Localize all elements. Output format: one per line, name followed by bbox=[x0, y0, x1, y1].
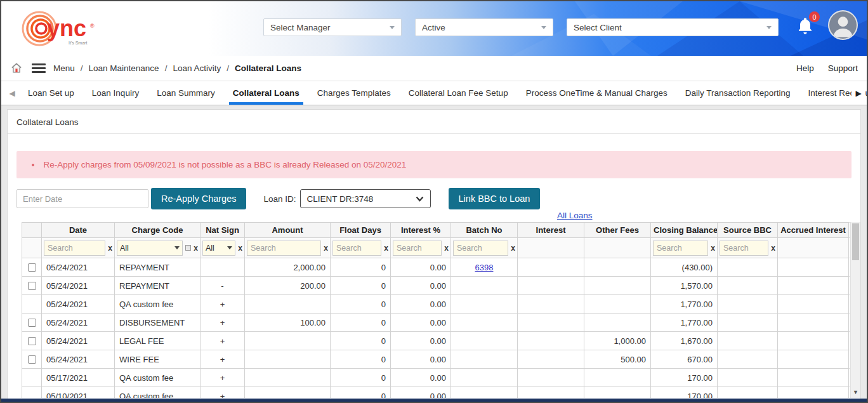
tab-loan-set-up[interactable]: Loan Set up bbox=[19, 81, 83, 105]
status-value: Active bbox=[422, 23, 445, 32]
filter-search-input-float-days[interactable] bbox=[332, 241, 381, 256]
row-checkbox[interactable] bbox=[28, 263, 36, 272]
tab-collateral-loans[interactable]: Collateral Loans bbox=[224, 81, 308, 105]
cell-nat-sign: + bbox=[201, 332, 245, 350]
loan-id-dropdown[interactable]: CLIENT DR:3748 bbox=[300, 189, 431, 208]
column-header-accrued-interest[interactable]: Accrued Interest bbox=[778, 223, 849, 238]
cell-date: 05/24/2021 bbox=[42, 350, 115, 369]
filter-search-input-closing-balance[interactable] bbox=[653, 241, 708, 256]
user-avatar[interactable] bbox=[828, 10, 858, 40]
cell-charge-code: WIRE FEE bbox=[115, 350, 201, 369]
breadcrumb-item-loan-activity[interactable]: Loan Activity bbox=[173, 63, 221, 73]
column-header-amount[interactable]: Amount bbox=[245, 223, 331, 238]
column-header-interest[interactable]: Interest bbox=[518, 223, 584, 238]
column-header-date[interactable]: Date bbox=[42, 223, 115, 238]
column-header-source-bbc[interactable]: Source BBC bbox=[718, 223, 778, 238]
cell-other-fees bbox=[584, 295, 651, 314]
link-bbc-to-loan-button[interactable]: Link BBC to Loan bbox=[449, 188, 541, 209]
row-checkbox[interactable] bbox=[28, 337, 36, 345]
filter-clear-icon-source-bbc[interactable]: x bbox=[771, 244, 775, 253]
cell-accrued-interest bbox=[778, 258, 849, 277]
row-checkbox[interactable] bbox=[28, 319, 36, 327]
filter-search-input-source-bbc[interactable] bbox=[720, 241, 768, 256]
cell-date: 05/24/2021 bbox=[42, 277, 115, 295]
filter-search-input-batch-no[interactable] bbox=[453, 241, 508, 256]
vertical-scrollbar[interactable]: ▼ bbox=[850, 222, 860, 398]
tab-loan-summary[interactable]: Loan Summary bbox=[148, 81, 224, 105]
tab-process-onetime-manual-charges[interactable]: Process OneTime & Manual Charges bbox=[517, 81, 676, 105]
row-select-cell bbox=[22, 277, 42, 295]
home-icon[interactable] bbox=[10, 62, 23, 74]
collateral-loans-panel: Collateral Loans Re-Apply charges from 0… bbox=[7, 109, 861, 402]
breadcrumb-item-loan-maintenance[interactable]: Loan Maintenance bbox=[89, 63, 159, 73]
cell-closing-balance: 1,770.00 bbox=[651, 314, 718, 332]
batch-no-link[interactable]: 6398 bbox=[475, 263, 494, 272]
cell-source-bbc bbox=[718, 314, 778, 332]
row-checkbox[interactable] bbox=[28, 355, 36, 364]
filter-clear-icon-date[interactable]: x bbox=[108, 244, 112, 253]
column-header-float-days[interactable]: Float Days bbox=[331, 223, 391, 238]
filter-search-input-amount[interactable] bbox=[247, 241, 321, 256]
scrollbar-thumb[interactable] bbox=[852, 223, 859, 260]
row-select-cell bbox=[22, 332, 42, 350]
column-header-clipped-column[interactable]: A bbox=[849, 223, 850, 238]
cell-charge-code: REPAYMENT bbox=[115, 258, 201, 277]
cell-interest-pct: 0.00 bbox=[391, 350, 451, 369]
tab-collateral-loan-fee-setup[interactable]: Collateral Loan Fee Setup bbox=[400, 81, 517, 105]
cell-accrued-interest bbox=[778, 314, 849, 332]
tabs-scroll-left-icon[interactable]: ◀ bbox=[5, 81, 19, 105]
filter-clear-icon-batch-no[interactable]: x bbox=[511, 244, 515, 253]
select-client-dropdown[interactable]: Select Client bbox=[567, 18, 779, 36]
column-header-closing-balance[interactable]: Closing Balance bbox=[651, 223, 718, 238]
cell-float-days: 0 bbox=[331, 314, 391, 332]
filter-clear-icon-charge-code[interactable]: x bbox=[194, 244, 198, 253]
column-header-other-fees[interactable]: Other Fees bbox=[584, 223, 651, 238]
cell-interest bbox=[518, 314, 584, 332]
select-manager-dropdown[interactable]: Select Manager bbox=[263, 18, 402, 36]
scrollbar-down-arrow-icon[interactable]: ▼ bbox=[851, 389, 860, 395]
table-row: 05/24/2021LEGAL FEE+00.001,000.001,670.0… bbox=[22, 332, 850, 350]
filter-search-input-interest-pct[interactable] bbox=[393, 241, 442, 256]
hamburger-menu-icon[interactable] bbox=[32, 63, 46, 73]
cell-float-days: 0 bbox=[331, 277, 391, 295]
cell-date: 05/10/2021 bbox=[42, 387, 115, 399]
column-header-select[interactable] bbox=[22, 223, 42, 238]
filter-options-icon[interactable] bbox=[185, 245, 191, 251]
filter-clear-icon-closing-balance[interactable]: x bbox=[711, 244, 715, 253]
all-loans-link[interactable]: All Loans bbox=[557, 211, 593, 220]
filter-clear-icon-float-days[interactable]: x bbox=[384, 244, 388, 253]
filter-clear-icon-amount[interactable]: x bbox=[324, 244, 328, 253]
status-dropdown[interactable]: Active bbox=[415, 18, 553, 36]
breadcrumb-item-collateral-loans[interactable]: Collateral Loans bbox=[235, 63, 301, 73]
column-header-batch-no[interactable]: Batch No bbox=[451, 223, 518, 238]
filter-clear-icon-interest-pct[interactable]: x bbox=[444, 244, 449, 253]
cell-interest bbox=[518, 350, 584, 369]
tab-loan-inquiry[interactable]: Loan Inquiry bbox=[83, 81, 148, 105]
row-select-cell bbox=[22, 369, 42, 387]
cell-amount bbox=[245, 387, 331, 399]
tab-charges-templates[interactable]: Charges Templates bbox=[308, 81, 400, 105]
column-header-nat-sign[interactable]: Nat Sign bbox=[201, 223, 245, 238]
cell-clipped-column bbox=[849, 258, 850, 277]
support-link[interactable]: Support bbox=[828, 63, 858, 73]
column-header-interest-pct[interactable]: Interest % bbox=[391, 223, 451, 238]
cell-charge-code: QA custom fee bbox=[115, 387, 201, 399]
cell-amount bbox=[245, 295, 331, 314]
filter-select-charge-code[interactable]: All bbox=[117, 241, 183, 256]
cell-interest bbox=[518, 277, 584, 295]
cell-source-bbc bbox=[718, 258, 778, 277]
cell-charge-code: QA custom fee bbox=[115, 295, 201, 314]
notification-badge: 0 bbox=[809, 11, 820, 22]
notifications-button[interactable]: 0 bbox=[796, 17, 817, 38]
filter-search-input-date[interactable] bbox=[44, 241, 105, 256]
reapply-charges-button[interactable]: Re-Apply Charges bbox=[151, 188, 246, 209]
cell-nat-sign: + bbox=[201, 350, 245, 369]
help-link[interactable]: Help bbox=[796, 63, 814, 73]
date-input[interactable] bbox=[16, 189, 148, 208]
tabs-scroll-right-icon[interactable]: ▶ bbox=[852, 81, 865, 105]
filter-clear-icon-nat-sign[interactable]: x bbox=[238, 244, 242, 253]
row-checkbox[interactable] bbox=[28, 282, 36, 290]
column-header-charge-code[interactable]: Charge Code bbox=[115, 223, 201, 238]
filter-select-nat-sign[interactable]: All bbox=[202, 241, 235, 256]
tab-daily-transaction-reporting[interactable]: Daily Transaction Reporting bbox=[676, 81, 799, 105]
